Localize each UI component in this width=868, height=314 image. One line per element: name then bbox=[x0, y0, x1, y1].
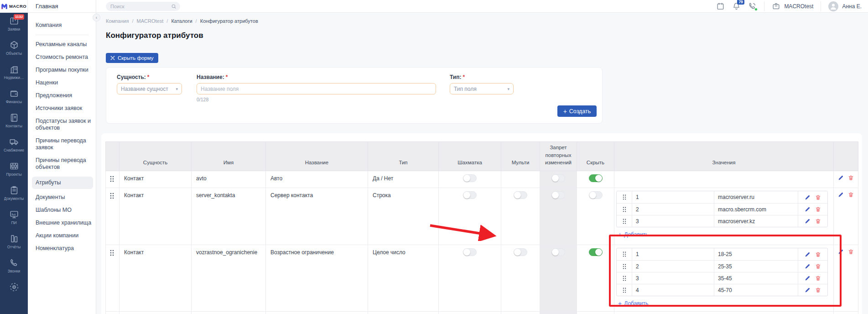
drag-handle-icon[interactable] bbox=[623, 207, 626, 212]
cell-name: vid_karty_loyalnosti bbox=[192, 312, 266, 314]
name-input[interactable] bbox=[201, 86, 432, 92]
value-number: 1 bbox=[632, 248, 714, 260]
rail-item-requests[interactable]: 1132 Заявки bbox=[0, 16, 28, 40]
chess-toggle[interactable] bbox=[463, 191, 477, 199]
sidebar-divider bbox=[36, 35, 88, 35]
rail-item-realty[interactable]: Недвижи… bbox=[0, 64, 28, 89]
delete-row-button[interactable] bbox=[848, 192, 854, 198]
sidebar-item-attributes[interactable]: Атрибуты bbox=[32, 177, 93, 189]
rail-item-contacts[interactable]: Контакты bbox=[0, 113, 28, 137]
ban-repeat-toggle[interactable] bbox=[551, 248, 565, 256]
delete-value-button[interactable] bbox=[815, 275, 821, 281]
value-row: 4 45-70 bbox=[617, 284, 827, 296]
edit-value-button[interactable] bbox=[805, 275, 811, 281]
calendar-icon[interactable] bbox=[716, 2, 725, 10]
delete-value-button[interactable] bbox=[815, 287, 821, 293]
sidebar-item-repair-cost[interactable]: Стоимость ремонта bbox=[36, 54, 93, 61]
drag-handle-icon[interactable] bbox=[623, 276, 626, 281]
sidebar-item-company-promos[interactable]: Акции компании bbox=[36, 232, 93, 239]
delete-value-button[interactable] bbox=[815, 194, 821, 200]
sidebar-item-request-transfer-reasons[interactable]: Причины перевода заявок bbox=[36, 137, 93, 151]
value-text: 18-25 bbox=[714, 248, 798, 260]
cell-title: Возрастное ограничение bbox=[266, 245, 368, 312]
drag-handle-icon[interactable] bbox=[623, 194, 626, 200]
rail-item-pi[interactable]: ПИ bbox=[0, 209, 28, 234]
sidebar-item-markups[interactable]: Наценки bbox=[36, 79, 93, 86]
rail-item-objects[interactable]: Объекты bbox=[0, 40, 28, 64]
multi-toggle[interactable] bbox=[514, 191, 527, 199]
sidebar-item-nomenclature[interactable]: Номенклатура bbox=[36, 245, 93, 252]
user-menu[interactable]: Анна Е. bbox=[828, 1, 862, 11]
delete-row-button[interactable] bbox=[848, 249, 854, 255]
cell-entity: Контакт bbox=[120, 171, 192, 188]
edit-row-button[interactable] bbox=[838, 249, 844, 255]
briefcase-icon bbox=[772, 2, 780, 10]
breadcrumb-item[interactable]: Каталоги bbox=[171, 18, 192, 24]
notifications-bell-icon[interactable]: 79 bbox=[732, 2, 741, 10]
hide-toggle[interactable] bbox=[589, 191, 603, 199]
rail-item-settings[interactable] bbox=[0, 282, 28, 306]
hide-toggle[interactable] bbox=[589, 174, 603, 182]
drag-handle-icon[interactable] bbox=[110, 193, 114, 199]
breadcrumb-item[interactable]: MACROtest bbox=[137, 18, 164, 24]
calls-icon[interactable] bbox=[748, 2, 757, 10]
edit-value-button[interactable] bbox=[805, 287, 811, 293]
sidebar-item-purchase-programs[interactable]: Программы покупки bbox=[36, 67, 93, 73]
company-switcher[interactable]: MACROtest bbox=[772, 2, 813, 10]
delete-value-button[interactable] bbox=[815, 251, 821, 257]
chess-toggle[interactable] bbox=[463, 248, 477, 256]
rail-item-projects[interactable]: Проекты bbox=[0, 161, 28, 185]
drag-handle-icon[interactable] bbox=[623, 251, 626, 257]
drag-handle-icon[interactable] bbox=[623, 264, 626, 269]
sidebar-item-external-storages[interactable]: Внешние хранилища bbox=[36, 220, 93, 226]
hide-form-button[interactable]: Скрыть форму bbox=[106, 53, 158, 63]
hide-toggle[interactable] bbox=[589, 248, 603, 256]
drag-handle-icon[interactable] bbox=[110, 176, 114, 182]
rail-item-reports[interactable]: Отчёты bbox=[0, 234, 28, 258]
type-select[interactable]: Тип поля ▾ bbox=[450, 83, 514, 94]
delete-value-button[interactable] bbox=[815, 218, 821, 224]
sidebar-item-mo-templates[interactable]: Шаблоны МО bbox=[36, 207, 93, 214]
search-input[interactable] bbox=[106, 2, 180, 11]
breadcrumb-item[interactable]: Компания bbox=[106, 18, 129, 24]
brand-logo[interactable]: MACRO bbox=[0, 0, 28, 12]
edit-value-button[interactable] bbox=[805, 251, 811, 257]
drag-handle-icon[interactable] bbox=[110, 250, 114, 256]
entity-field-label: Сущность:* bbox=[117, 74, 149, 80]
ban-repeat-toggle[interactable] bbox=[551, 174, 565, 182]
sidebar-item-ad-channels[interactable]: Рекламные каналы bbox=[36, 41, 93, 48]
sidebar-collapse-button[interactable]: ‹ bbox=[93, 14, 100, 21]
add-value-button[interactable]: + Добавить bbox=[618, 231, 648, 238]
delete-value-button[interactable] bbox=[815, 263, 821, 269]
rail-item-finance[interactable]: Финансы bbox=[0, 89, 28, 113]
ban-repeat-toggle[interactable] bbox=[551, 191, 565, 199]
edit-value-button[interactable] bbox=[805, 263, 811, 269]
sidebar-item-object-transfer-reasons[interactable]: Причины перевода объектов bbox=[36, 157, 93, 171]
delete-value-button[interactable] bbox=[815, 206, 821, 212]
drag-handle-icon[interactable] bbox=[623, 219, 626, 224]
entity-select[interactable]: Название сущности ▾ bbox=[117, 83, 182, 94]
rail-item-documents[interactable]: Документы bbox=[0, 185, 28, 209]
add-value-button[interactable]: + Добавить bbox=[618, 300, 648, 307]
chess-toggle[interactable] bbox=[463, 174, 477, 182]
sidebar-item-offers[interactable]: Предложения bbox=[36, 92, 93, 99]
delete-row-button[interactable] bbox=[848, 175, 854, 181]
value-number: 1 bbox=[632, 191, 714, 203]
rail-item-supply[interactable]: Снабжение bbox=[0, 137, 28, 161]
create-button[interactable]: + Создать bbox=[557, 105, 597, 117]
finance-icon bbox=[9, 89, 19, 99]
drag-handle-icon[interactable] bbox=[623, 288, 626, 293]
sidebar-item-company[interactable]: Компания bbox=[36, 22, 93, 29]
edit-value-button[interactable] bbox=[805, 194, 811, 200]
edit-row-button[interactable] bbox=[838, 175, 844, 181]
sidebar-item-documents[interactable]: Документы bbox=[36, 194, 93, 201]
sidebar-item-request-sources[interactable]: Источники заявок bbox=[36, 105, 93, 112]
sidebar-item-substatuses[interactable]: Подстатусы заявок и объектов bbox=[36, 118, 93, 131]
cell-type: Да / Нет bbox=[368, 171, 439, 188]
edit-row-button[interactable] bbox=[838, 192, 844, 198]
multi-toggle[interactable] bbox=[514, 248, 527, 256]
edit-value-button[interactable] bbox=[805, 206, 811, 212]
sidebar-section-title[interactable]: Главная bbox=[28, 0, 96, 12]
rail-item-calls[interactable]: Звонки bbox=[0, 258, 28, 282]
edit-value-button[interactable] bbox=[805, 218, 811, 224]
